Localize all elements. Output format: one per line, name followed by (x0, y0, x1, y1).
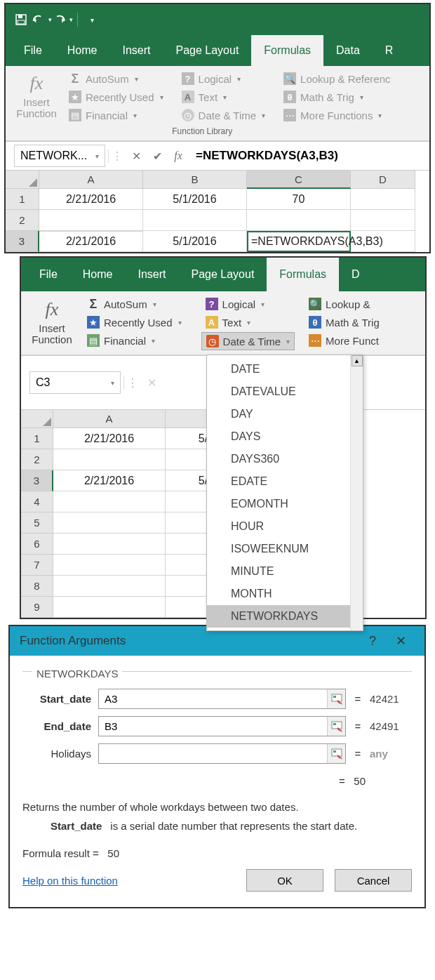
select-all-button[interactable] (6, 171, 39, 189)
range-picker-button[interactable] (327, 744, 345, 763)
cancel-edit-button[interactable]: ✕ (126, 145, 147, 166)
menu-item-minute[interactable]: MINUTE (207, 560, 350, 583)
cell-A1[interactable]: 2/21/2016 (39, 189, 143, 210)
tab-formulas[interactable]: Formulas (267, 258, 339, 291)
tab-file[interactable]: File (11, 35, 55, 66)
row-header-2[interactable]: 2 (6, 210, 39, 231)
dropdown-scrollbar[interactable]: ▲ (350, 355, 363, 630)
menu-item-month[interactable]: MONTH (207, 583, 350, 605)
menu-item-hour[interactable]: HOUR (207, 515, 350, 538)
financial-button[interactable]: ▤Financial▾ (83, 332, 186, 349)
spreadsheet-grid[interactable]: A B C D 1 2/21/2016 5/1/2016 70 2 3 2/21… (6, 171, 429, 252)
recently-used-button[interactable]: ★Recently Used▾ (65, 88, 168, 105)
more-functions-button[interactable]: ⋯More Functions▾ (279, 107, 394, 124)
text-button[interactable]: AText▾ (201, 314, 295, 331)
row-header-5[interactable]: 5 (21, 512, 53, 534)
cell-A8[interactable] (53, 576, 166, 597)
math-trig-button[interactable]: θMath & Trig▾ (279, 88, 394, 105)
range-picker-button[interactable] (327, 689, 345, 708)
save-button[interactable] (11, 10, 31, 29)
confirm-edit-button[interactable]: ✔ (147, 145, 168, 166)
column-header-A[interactable]: A (39, 171, 143, 189)
date-time-button[interactable]: ◷Date & Time▾ (201, 332, 295, 350)
menu-item-day[interactable]: DAY (207, 403, 350, 425)
insert-function-button[interactable]: fx Insert Function (10, 70, 63, 124)
scroll-up-icon[interactable]: ▲ (352, 355, 363, 366)
column-header-A[interactable]: A (53, 410, 166, 428)
tab-file[interactable]: File (27, 258, 70, 291)
ok-button[interactable]: OK (246, 869, 323, 892)
row-header-4[interactable]: 4 (21, 491, 53, 512)
fx-button[interactable]: fx (168, 145, 189, 166)
more-functions-button[interactable]: ⋯More Funct (304, 332, 384, 349)
cell-C3[interactable]: =NETWORKDAYS(A3,B3) (247, 231, 351, 252)
cell-B1[interactable]: 5/1/2016 (143, 189, 247, 210)
arg-field-holidays[interactable] (99, 744, 327, 763)
tab-home[interactable]: Home (70, 258, 126, 291)
row-header-3[interactable]: 3 (21, 470, 53, 491)
logical-button[interactable]: ?Logical▾ (201, 296, 295, 312)
menu-item-days360[interactable]: DAYS360 (207, 448, 350, 470)
recently-used-button[interactable]: ★Recently Used▾ (83, 314, 186, 331)
undo-button[interactable]: ▾ (32, 10, 52, 29)
cell-A2[interactable] (39, 210, 143, 231)
row-header-6[interactable]: 6 (21, 534, 53, 555)
text-button[interactable]: AText▾ (178, 88, 270, 105)
cell-A9[interactable] (53, 597, 166, 618)
cell-A5[interactable] (53, 512, 166, 534)
tab-page-layout[interactable]: Page Layout (163, 35, 251, 66)
cell-A4[interactable] (53, 491, 166, 512)
select-all-button[interactable] (21, 410, 53, 428)
arg-field-start-date[interactable] (99, 689, 327, 708)
lookup-reference-button[interactable]: 🔍Lookup & (304, 296, 384, 312)
cell-A3[interactable]: 2/21/2016 (39, 231, 143, 252)
row-header-8[interactable]: 8 (21, 576, 53, 597)
date-time-button[interactable]: ◷Date & Time▾ (178, 107, 270, 124)
help-button[interactable]: ? (359, 634, 387, 649)
cell-B3[interactable]: 5/1/2016 (143, 231, 247, 252)
cancel-button[interactable]: Cancel (335, 869, 412, 892)
row-header-7[interactable]: 7 (21, 555, 53, 576)
row-header-1[interactable]: 1 (6, 189, 39, 210)
range-picker-button[interactable] (327, 717, 345, 736)
cancel-edit-button[interactable]: ✕ (141, 372, 162, 393)
name-box-2[interactable]: C3 ▾ (29, 371, 121, 394)
arg-input-holidays[interactable] (98, 743, 346, 764)
column-header-D[interactable]: D (351, 171, 415, 189)
customize-qat-button[interactable]: ▾ (82, 10, 102, 29)
arg-field-end-date[interactable] (99, 717, 327, 736)
logical-button[interactable]: ?Logical▾ (178, 70, 270, 87)
lookup-reference-button[interactable]: 🔍Lookup & Referenc (279, 70, 394, 87)
autosum-button[interactable]: ΣAutoSum▾ (65, 70, 168, 87)
cell-D2[interactable] (351, 210, 415, 231)
cell-A1[interactable]: 2/21/2016 (53, 428, 166, 449)
menu-item-networkdays[interactable]: NETWORKDAYS (207, 605, 350, 628)
column-header-B[interactable]: B (143, 171, 247, 189)
cell-A7[interactable] (53, 555, 166, 576)
cell-A2[interactable] (53, 449, 166, 470)
cell-B2[interactable] (143, 210, 247, 231)
tab-insert[interactable]: Insert (125, 258, 178, 291)
menu-item-edate[interactable]: EDATE (207, 470, 350, 493)
menu-item-datevalue[interactable]: DATEVALUE (207, 380, 350, 403)
arg-input-end-date[interactable] (98, 716, 346, 736)
row-header-2[interactable]: 2 (21, 449, 53, 470)
cell-A6[interactable] (53, 534, 166, 555)
tab-data-short[interactable]: D (339, 258, 361, 291)
arg-input-start-date[interactable] (98, 689, 346, 709)
menu-item-isoweeknum[interactable]: ISOWEEKNUM (207, 538, 350, 560)
tab-page-layout[interactable]: Page Layout (178, 258, 267, 291)
close-button[interactable]: ✕ (387, 633, 415, 649)
redo-button[interactable]: ▾ (53, 10, 73, 29)
menu-item-date[interactable]: DATE (207, 358, 350, 380)
row-header-9[interactable]: 9 (21, 597, 53, 618)
tab-insert[interactable]: Insert (109, 35, 163, 66)
help-link[interactable]: Help on this function (22, 875, 118, 887)
row-header-3[interactable]: 3 (6, 231, 39, 252)
cell-D1[interactable] (351, 189, 415, 210)
menu-item-days[interactable]: DAYS (207, 425, 350, 448)
menu-item-eomonth[interactable]: EOMONTH (207, 493, 350, 515)
financial-button[interactable]: ▤Financial▾ (65, 107, 168, 124)
column-header-C[interactable]: C (247, 171, 351, 189)
formula-input[interactable] (189, 145, 429, 167)
